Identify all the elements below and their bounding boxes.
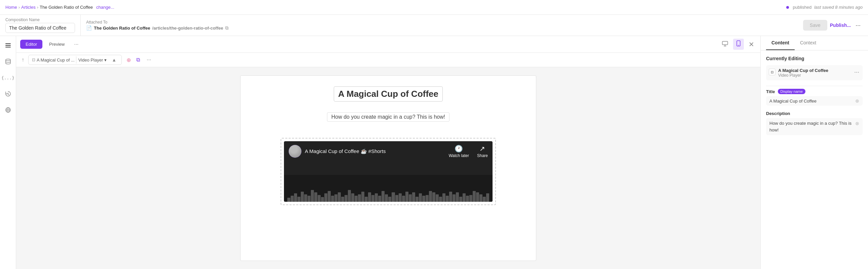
sidebar-icon-code[interactable]: {...}	[3, 72, 13, 83]
waveform-bar	[399, 193, 402, 202]
waveform-bar	[375, 193, 378, 202]
ce-more-button[interactable]: ···	[854, 68, 860, 76]
close-button[interactable]: ✕	[747, 39, 756, 50]
waveform-bar	[402, 196, 405, 202]
component-more-button[interactable]: ···	[145, 56, 153, 64]
breadcrumb: Home › Articles › The Golden Ratio of Co…	[5, 5, 783, 10]
publish-button[interactable]: Publish...	[830, 23, 851, 28]
svg-rect-1	[5, 45, 11, 46]
more-options-button[interactable]: ···	[854, 21, 863, 30]
video-player[interactable]: A Magical Cup of Coffee ☕ #Shorts 🕐 Watc…	[284, 141, 493, 202]
component-type-select[interactable]: Video Player ▾	[76, 57, 108, 64]
editor-button[interactable]: Editor	[20, 40, 42, 49]
preview-button[interactable]: Preview	[45, 40, 69, 49]
waveform-bar	[334, 194, 337, 202]
url-path: /articles/the-golden-ratio-of-coffee	[152, 26, 223, 31]
tab-context[interactable]: Context	[795, 36, 822, 50]
description-value-field[interactable]: How do you create magic in a cup? This i…	[766, 118, 863, 135]
sidebar-icon-globe[interactable]	[3, 105, 13, 115]
composition-bar: Composition Name Attached To 📄 The Golde…	[0, 15, 868, 36]
component-up-button[interactable]: ↑	[20, 56, 26, 64]
waveform-bar	[432, 192, 435, 202]
title-value: A Magical Cup of Coffee	[769, 99, 816, 104]
waveform-bar	[473, 191, 476, 202]
waveform-bar	[328, 191, 331, 202]
mobile-view-button[interactable]	[733, 39, 744, 50]
right-panel: Content Context Currently Editing ⊡ A Ma…	[760, 36, 868, 269]
component-up-arrow[interactable]: ▲	[110, 56, 118, 64]
description-value: How do you create magic in a cup? This i…	[769, 120, 852, 133]
article-subtitle[interactable]: How do you create magic in a cup? This i…	[327, 112, 450, 122]
sidebar-icon-history[interactable]	[3, 89, 13, 99]
waveform-bar	[429, 191, 432, 202]
description-label: Description	[766, 111, 863, 116]
waveform-bar	[415, 197, 418, 202]
waveform-bar	[453, 194, 456, 202]
sidebar-icon-database[interactable]	[3, 56, 13, 67]
video-title: A Magical Cup of Coffee ☕ #Shorts	[305, 148, 445, 154]
sidebar-icon-menu[interactable]	[3, 40, 13, 51]
component-action-buttons: ⊕ ⧉	[124, 56, 142, 65]
editor-more-button[interactable]: ···	[71, 40, 81, 49]
save-button[interactable]: Save	[803, 20, 827, 31]
video-bottom	[284, 175, 493, 202]
attached-label: Attached To	[86, 20, 228, 25]
canvas-inner: A Magical Cup of Coffee How do you creat…	[240, 75, 536, 261]
waveform-bar	[436, 194, 439, 202]
divider-1	[766, 86, 863, 86]
waveform-bar	[351, 193, 354, 202]
main-area: {...} Editor Preview	[0, 36, 868, 269]
waveform-bar	[456, 192, 459, 202]
component-copy-button[interactable]: ⧉	[134, 56, 142, 65]
copy-icon[interactable]: ⧉	[225, 25, 228, 31]
title-field: Title Display name A Magical Cup of Coff…	[766, 89, 863, 106]
waveform-bar	[348, 190, 351, 202]
waveform-bar	[385, 194, 388, 202]
component-badge: ⊡ A Magical Cup of ... Video Player ▾ ▲	[28, 55, 122, 65]
svg-rect-2	[5, 47, 11, 47]
description-field: Description How do you create magic in a…	[766, 111, 863, 135]
component-arrows: ▲	[110, 56, 118, 64]
waveform-bar	[419, 193, 422, 202]
component-badge-icon: ⊡	[32, 58, 35, 62]
waveform-bar	[449, 192, 452, 202]
component-bar: ↑ ⊡ A Magical Cup of ... Video Player ▾ …	[16, 53, 760, 67]
description-link-icon[interactable]: ⊗	[855, 120, 859, 127]
waveform-bar	[318, 195, 321, 202]
share-button[interactable]: ↗ Share	[477, 144, 488, 158]
watch-later-button[interactable]: 🕐 Watch later	[449, 144, 469, 158]
title-value-field[interactable]: A Magical Cup of Coffee ⊗	[766, 96, 863, 106]
breadcrumb-home[interactable]: Home	[5, 5, 17, 10]
attached-file: 📄 The Golden Ratio of Coffee /articles/t…	[86, 25, 228, 31]
tab-content[interactable]: Content	[766, 36, 795, 50]
title-link-icon[interactable]: ⊗	[855, 98, 859, 104]
panel-content: Currently Editing ⊡ A Magical Cup of Cof…	[761, 51, 868, 269]
article-title[interactable]: A Magical Cup of Coffee	[334, 87, 443, 102]
display-name-badge: Display name	[778, 89, 806, 94]
composition-name-section: Composition Name	[0, 15, 81, 36]
waveform-bar	[358, 194, 361, 202]
top-bar-right: published last saved 8 minutes ago	[786, 5, 863, 10]
waveform-bar	[439, 197, 442, 202]
right-panel-tabs: Content Context	[761, 36, 868, 51]
svg-point-8	[738, 45, 739, 46]
component-pin-button[interactable]: ⊕	[124, 56, 133, 65]
waveform-bar	[395, 195, 398, 202]
waveform-bar	[294, 193, 297, 202]
composition-name-input[interactable]	[5, 23, 75, 33]
breadcrumb-change[interactable]: change...	[96, 5, 114, 10]
waveform-bar	[446, 196, 449, 202]
share-icon: ↗	[479, 144, 485, 153]
waveform-bar	[287, 198, 290, 202]
waveform-bar	[422, 196, 425, 202]
waveform-bar	[304, 194, 307, 202]
desktop-view-button[interactable]	[720, 39, 731, 50]
breadcrumb-articles[interactable]: Articles	[21, 5, 36, 10]
breadcrumb-sep2: ›	[37, 5, 38, 10]
waveform-bar	[459, 197, 462, 202]
waveform-bar	[442, 193, 445, 202]
article-subtitle-wrapper: How do you create magic in a cup? This i…	[251, 112, 525, 130]
file-icon: 📄	[86, 25, 92, 31]
waveform-bar	[321, 197, 324, 202]
breadcrumb-sep1: ›	[19, 5, 20, 10]
